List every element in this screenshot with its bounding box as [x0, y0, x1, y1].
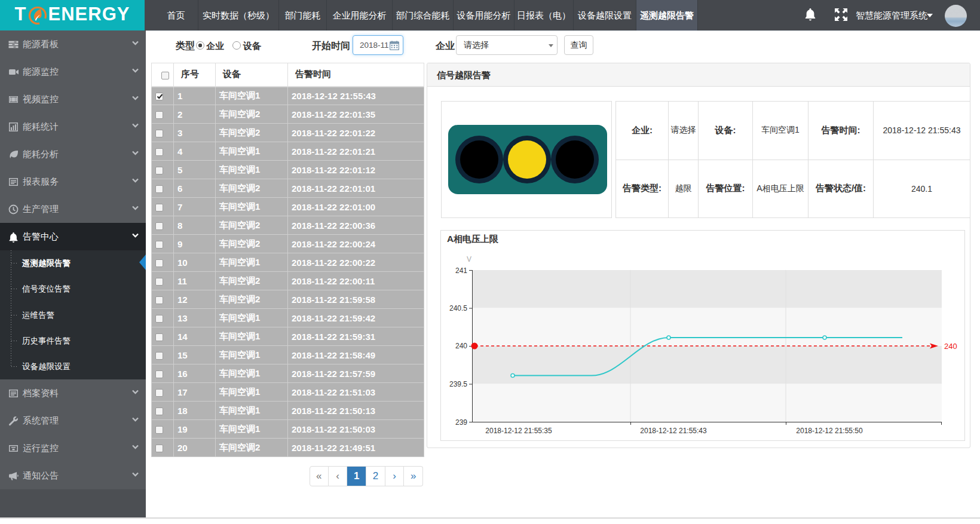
svg-text:A相电压上限: A相电压上限: [447, 234, 499, 244]
svg-text:241: 241: [455, 266, 467, 275]
svg-text:V: V: [467, 255, 471, 263]
svg-text:240: 240: [455, 342, 467, 350]
svg-text:239.5: 239.5: [449, 380, 467, 388]
svg-text:239: 239: [455, 418, 467, 427]
svg-text:240.5: 240.5: [449, 304, 467, 312]
svg-text:2018-12-12 21:55:50: 2018-12-12 21:55:50: [796, 427, 863, 435]
svg-text:2018-12-12 21:55:43: 2018-12-12 21:55:43: [640, 427, 707, 435]
svg-text:2018-12-12 21:55:35: 2018-12-12 21:55:35: [485, 427, 552, 435]
svg-text:240: 240: [944, 342, 957, 351]
